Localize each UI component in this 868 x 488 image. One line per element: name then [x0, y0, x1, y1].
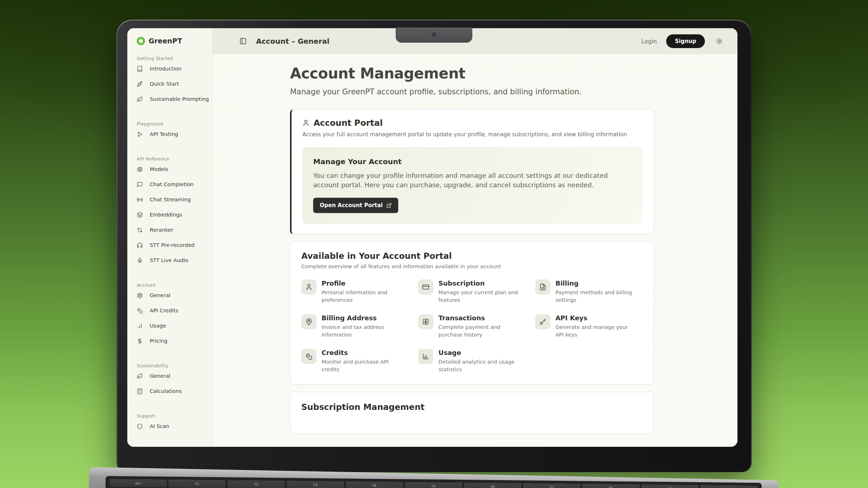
feature-title: Credits	[322, 349, 403, 356]
feature-title: Subscription	[438, 279, 520, 287]
sidebar-item-sustainable-prompting[interactable]: Sustainable Prompting	[137, 91, 212, 107]
sidebar-item-calculations[interactable]: Calculations	[137, 384, 212, 399]
manage-account-panel: Manage Your Account You can change your …	[302, 147, 643, 224]
section-label-getting-started: Getting Started	[137, 56, 212, 61]
keyboard-key: F9	[641, 484, 699, 488]
feature-description: Invoice and tax address information	[322, 324, 403, 339]
sidebar-item-label: API Testing	[150, 131, 178, 137]
section-label-api-reference: API Reference	[137, 156, 212, 162]
sidebar-item-api-credits[interactable]: API Credits	[137, 303, 212, 318]
sidebar-item-api-testing[interactable]: API Testing	[137, 127, 212, 142]
feature-description: Complete payment and purchase history	[438, 324, 520, 339]
keyboard-key: F2	[227, 480, 285, 488]
feature-title: API Keys	[556, 314, 637, 322]
portal-features-card: Available in Your Account Portal Complet…	[290, 241, 654, 385]
signup-button[interactable]: Signup	[666, 34, 705, 48]
login-button[interactable]: Login	[641, 38, 657, 45]
sidebar-item-label: Calculations	[150, 388, 182, 394]
keyboard-key: esc	[109, 479, 167, 487]
sidebar-item-label: Models	[150, 166, 168, 172]
desktop-background: GreenPT Getting Started Introduction Qui…	[0, 0, 868, 488]
laptop-keyboard: escF1F2F3F4F5F6F7F8F9F10~1234567890-+tab…	[105, 476, 762, 488]
file-text-icon	[539, 283, 546, 291]
broadcast-icon	[137, 197, 143, 203]
app-logo[interactable]: GreenPT	[137, 35, 212, 47]
sidebar-item-label: Reranker	[150, 227, 173, 233]
sidebar-item-label: Sustainable Prompting	[150, 96, 209, 102]
gear-icon	[137, 292, 143, 299]
greenpt-ring-icon	[137, 37, 145, 45]
calculator-icon	[137, 388, 143, 394]
sidebar-item-chat-streaming[interactable]: Chat Streaming	[137, 192, 212, 207]
microphone-icon	[137, 257, 143, 264]
panel-body: You can change your profile information …	[313, 171, 631, 190]
sidebar-item-reranker[interactable]: Reranker	[137, 222, 212, 237]
receipt-icon	[422, 318, 429, 325]
subscription-management-card: Subscription Management	[290, 392, 654, 434]
feature-title: Usage	[438, 349, 520, 356]
sidebar-item-models[interactable]: Models	[137, 162, 212, 177]
keyboard-key: F7	[523, 483, 580, 488]
feature-credits: Credits Monitor and purchase API credits	[301, 349, 409, 373]
feature-api-keys: API Keys Generate and manage your API ke…	[535, 314, 643, 339]
card-title: Available in Your Account Portal	[301, 251, 643, 261]
sidebar-item-account-general[interactable]: General	[137, 288, 212, 303]
sidebar-item-label: API Credits	[150, 308, 178, 313]
sidebar-item-label: Chat Streaming	[150, 197, 191, 202]
sidebar-item-stt-live-audio[interactable]: STT Live Audio	[137, 253, 212, 268]
sidebar-item-label: Chat Completion	[150, 181, 194, 187]
sun-icon	[716, 38, 723, 45]
sidebar-item-embeddings[interactable]: Embeddings	[137, 207, 212, 222]
laptop-notch	[396, 27, 472, 43]
page-content: Account Management Manage your GreenPT a…	[213, 54, 737, 447]
map-pin-icon	[305, 318, 312, 325]
open-account-portal-button[interactable]: Open Account Portal	[313, 198, 398, 213]
key-icon	[539, 318, 546, 325]
sidebar-item-introduction[interactable]: Introduction	[137, 61, 212, 76]
sidebar-item-chat-completion[interactable]: Chat Completion	[137, 177, 212, 192]
sidebar-item-pricing[interactable]: Pricing	[137, 333, 212, 348]
feature-title: Transactions	[438, 314, 520, 322]
theme-toggle[interactable]	[716, 38, 723, 45]
coins-icon	[137, 308, 143, 314]
sidebar-item-ai-scan[interactable]: AI Scan	[137, 419, 212, 434]
sidebar-item-usage[interactable]: Usage	[137, 318, 212, 333]
feature-description: Payment methods and billing settings	[556, 289, 637, 304]
sidebar-item-stt-pre-recorded[interactable]: STT Pre-recorded	[137, 237, 212, 253]
keyboard-key: F1	[169, 479, 226, 488]
sidebar: GreenPT Getting Started Introduction Qui…	[127, 28, 213, 447]
layers-icon	[137, 212, 143, 218]
laptop-screen: GreenPT Getting Started Introduction Qui…	[127, 28, 737, 447]
feature-billing: Billing Payment methods and billing sett…	[535, 279, 643, 304]
sidebar-item-quick-start[interactable]: Quick Start	[137, 76, 212, 91]
app-logo-text: GreenPT	[149, 37, 182, 45]
credit-card-icon	[422, 283, 429, 291]
section-label-playground: Playground	[137, 121, 212, 127]
feature-description: Manage your current plan and features	[438, 289, 520, 304]
leaf-icon	[137, 373, 143, 379]
leaf-icon	[137, 96, 143, 102]
panel-title: Manage Your Account	[313, 157, 632, 166]
feature-description: Generate and manage your API keys	[556, 324, 637, 339]
feature-title: Profile	[322, 279, 403, 287]
chat-bubble-icon	[137, 181, 143, 188]
main-area: Account – General Login Signup Account M…	[213, 28, 737, 447]
sidebar-item-label: Introduction	[150, 66, 182, 72]
sidebar-item-label: Quick Start	[150, 81, 179, 87]
keyboard-key: F10	[701, 485, 758, 488]
card-subtitle: Complete overview of all features and in…	[301, 264, 643, 269]
bar-chart-icon	[422, 353, 429, 360]
dollar-icon	[137, 338, 143, 344]
webcam-dot	[431, 32, 437, 37]
feature-description: Personal information and preferences	[322, 289, 403, 304]
button-label: Open Account Portal	[320, 202, 383, 209]
keyboard-key: F5	[405, 482, 463, 488]
external-link-icon	[386, 203, 392, 208]
feature-description: Monitor and purchase API credits	[322, 358, 403, 373]
keyboard-key: F4	[346, 481, 403, 488]
sidebar-item-sustainability-general[interactable]: General	[137, 368, 212, 384]
shield-icon	[137, 423, 143, 429]
feature-usage: Usage Detailed analytics and usage stati…	[418, 349, 526, 373]
feature-title: Billing Address	[322, 314, 403, 322]
panel-left-icon[interactable]	[239, 38, 247, 45]
